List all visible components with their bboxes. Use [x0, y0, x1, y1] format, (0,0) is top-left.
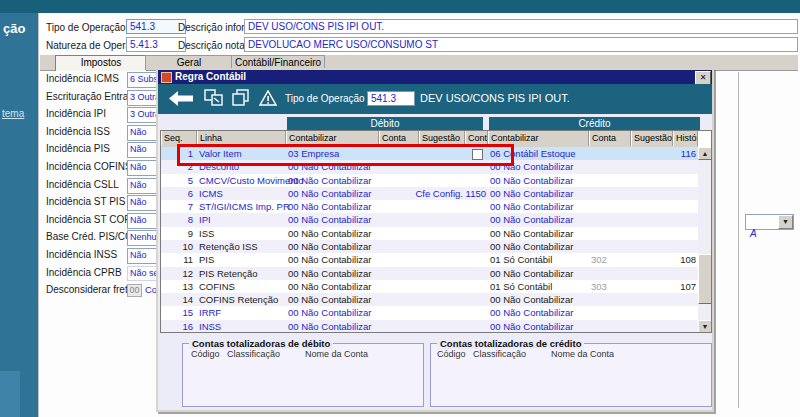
grid-row-11[interactable]: 11PIS00 Não Contabilizar01 Só Contábil30…: [161, 253, 698, 266]
field-label-4: Incidência ISS: [46, 126, 110, 137]
grid-cell: 303: [591, 280, 631, 293]
descricao-nota-fiscal-input[interactable]: DEVOLUCAO MERC USO/CONSUMO ST: [244, 37, 798, 52]
grid-cell: 00 Não Contabilizar: [288, 227, 380, 240]
copy-pages-icon[interactable]: [232, 89, 251, 106]
credito-col-codigo: Código: [437, 349, 466, 359]
close-icon[interactable]: ✕: [695, 71, 711, 85]
grid-row-8[interactable]: 8IPI00 Não Contabilizar00 Não Contabiliz…: [161, 213, 698, 226]
field-combo-value: Não: [130, 197, 147, 207]
grid-row-2[interactable]: 2Desconto00 Não Contabilizar00 Não Conta…: [161, 160, 698, 173]
grid-cell: 00 Não Contabilizar: [490, 240, 588, 253]
grid-column-header[interactable]: Conta: [589, 131, 631, 146]
app-window: ção tema Tipo de Operação 541.3 Natureza…: [0, 0, 800, 417]
grid-cell: 00 Não Contabilizar: [288, 253, 380, 266]
grid-cell: 00 Não Contabilizar: [490, 267, 588, 280]
grid-cell: 107: [661, 280, 696, 293]
grid-cell: COFINS: [199, 280, 285, 293]
grid-row-12[interactable]: 12PIS Retenção00 Não Contabilizar00 Não …: [161, 267, 698, 280]
grid-cell: 13: [161, 280, 193, 293]
tipo-operacao-input[interactable]: 541.3: [126, 19, 186, 34]
grid-cell: 302: [591, 253, 631, 266]
grid-header-row: Seq.LinhaContabilizarContaSugestãoCont. …: [161, 131, 698, 148]
grid-cell: 00 Não Contabilizar: [288, 320, 380, 333]
grid-column-header[interactable]: Sugestão: [419, 131, 465, 146]
sidebar-bottom-panel: [0, 371, 20, 417]
grid-row-7[interactable]: 7ST/IGI/ICMS Imp. PR00 Não Contabilizar0…: [161, 200, 698, 213]
totalizer-credito-title: Contas totalizadoras de crédito: [437, 338, 584, 349]
warning-triangle-icon[interactable]: [259, 90, 277, 106]
scroll-down-icon[interactable]: ▼: [698, 320, 712, 333]
descricao-informativa-input[interactable]: DEV USO/CONS PIS IPI OUT.: [244, 19, 798, 34]
natureza-operacao-input[interactable]: 5.41.3: [126, 37, 186, 52]
grid-cell: 5: [161, 174, 193, 187]
grid-cell: 12: [161, 267, 193, 280]
totalizer-debito-box: Contas totalizadoras de débito Código Cl…: [182, 343, 424, 407]
debito-col-nome-conta: Nome da Conta: [305, 349, 368, 359]
grid-cell: 10: [161, 240, 193, 253]
field-label-2: Escrituração Entrada: [46, 91, 139, 102]
back-arrow-icon[interactable]: [169, 91, 193, 106]
grid-cell: CMCV/Custo Movimento: [199, 174, 285, 187]
grid-cell: 108: [661, 253, 696, 266]
grid-cell: 00 Não Contabilizar: [490, 160, 588, 173]
grid-column-header[interactable]: Contabilizar: [488, 131, 589, 146]
field-label-11: Incidência INSS: [46, 249, 117, 260]
field-code-box: 00: [127, 284, 142, 297]
grid-cell: 00 Não Contabilizar: [288, 187, 380, 200]
grid-column-header[interactable]: Cont. Fin: [465, 131, 488, 146]
grid-cell: 00 Não Contabilizar: [288, 174, 380, 187]
grid-cell: 14: [161, 293, 193, 306]
grid-row-16[interactable]: 16INSS00 Não Contabilizar00 Não Contabil…: [161, 320, 698, 333]
dialog-title: Regra Contábil: [175, 71, 246, 82]
grid-column-header[interactable]: Linha: [197, 131, 286, 146]
grid-cell: 9: [161, 227, 193, 240]
copy-rule-icon[interactable]: [204, 89, 223, 106]
grid-row-10[interactable]: 10Retenção ISS00 Não Contabilizar00 Não …: [161, 240, 698, 253]
grid-cell: ICMS: [199, 187, 285, 200]
grid-cell: INSS: [199, 320, 285, 333]
grid-cell: PIS Retenção: [199, 267, 285, 280]
tipo-operacao-label: Tipo de Operação: [46, 20, 126, 35]
scroll-up-icon[interactable]: ▲: [698, 147, 712, 160]
debito-col-codigo: Código: [191, 349, 220, 359]
field-label-6: Incidência COFINS: [46, 161, 132, 172]
dialog-tipo-operacao-input[interactable]: 541.3: [367, 91, 415, 106]
dialog-toolbar: Tipo de Operação 541.3 DEV USO/CONS PIS …: [158, 84, 712, 114]
grid-row-9[interactable]: 9ISS00 Não Contabilizar00 Não Contabiliz…: [161, 227, 698, 240]
field-label-8: Incidência ST PIS: [46, 196, 125, 207]
grid-row-13[interactable]: 13COFINS00 Não Contabilizar01 Só Contábi…: [161, 280, 698, 293]
chevron-down-icon[interactable]: ▼: [778, 215, 793, 229]
grid-cell: Cfe Config. 1150: [401, 187, 486, 200]
grid-row-14[interactable]: 14COFINS Retenção00 Não Contabilizar00 N…: [161, 293, 698, 306]
app-icon: [161, 72, 172, 83]
grid-column-header[interactable]: Seq.: [161, 131, 197, 146]
grid-row-6[interactable]: 6ICMS00 Não ContabilizarCfe Config. 1150…: [161, 187, 698, 200]
grid-cell: 6: [161, 187, 193, 200]
background-panel-edge: [738, 72, 739, 408]
grid-row-15[interactable]: 15IRRF00 Não Contabilizar00 Não Contabil…: [161, 306, 698, 319]
grid-cell: Desconto: [199, 160, 285, 173]
grid-row-1[interactable]: 1Valor Item03 Empresa06 Contábil Estoque…: [161, 147, 698, 160]
grid-cell: 00 Não Contabilizar: [490, 227, 588, 240]
grid-cell: 00 Não Contabilizar: [288, 160, 380, 173]
grid-cell: 8: [161, 213, 193, 226]
grid-cell: 01 Só Contábil: [490, 253, 588, 266]
grid-cell: IPI: [199, 213, 285, 226]
field-label-13: Desconsiderar frete: [46, 284, 133, 295]
dialog-titlebar[interactable]: Regra Contábil ✕: [158, 70, 712, 84]
top-header-band: [0, 0, 800, 13]
tab-impostos[interactable]: Impostos: [55, 55, 147, 71]
grid-vertical-scrollbar[interactable]: ▲ ▼: [698, 147, 712, 333]
sidebar-divider: [38, 13, 39, 417]
field-combo-value: Não: [130, 127, 147, 137]
sidebar-link-tema[interactable]: tema: [2, 108, 24, 119]
grid-row-5[interactable]: 5CMCV/Custo Movimento00 Não Contabilizar…: [161, 174, 698, 187]
debito-section-header: Débito: [287, 117, 483, 130]
field-combo-value: Não: [130, 144, 147, 154]
grid-column-header[interactable]: Sugestão: [631, 131, 673, 146]
scrollbar-thumb[interactable]: [698, 254, 712, 304]
cont-fin-checkbox[interactable]: [472, 149, 483, 160]
grid-column-header[interactable]: Histórico: [673, 131, 698, 146]
grid-column-header[interactable]: Conta: [379, 131, 419, 146]
grid-column-header[interactable]: Contabilizar: [286, 131, 379, 146]
